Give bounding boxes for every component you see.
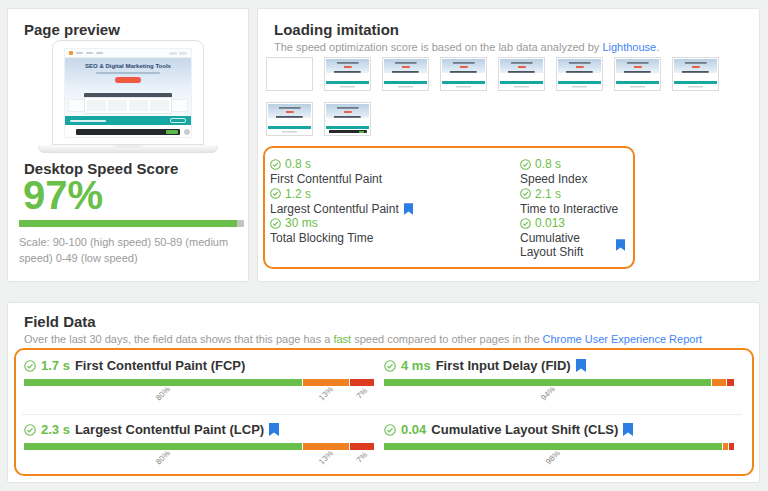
filmstrip-frame-image <box>384 59 427 89</box>
distribution-bar: 80%13%7% <box>24 379 374 386</box>
bar-segment-orange: 13% <box>303 379 348 386</box>
field-metric-cls: 0.04 Cumulative Layout Shift (CLS) 98% <box>382 414 742 472</box>
bookmark-icon[interactable] <box>404 203 413 215</box>
speed-score-progress-fill <box>19 220 237 227</box>
bar-segment-percent-label: 80% <box>154 385 172 403</box>
filmstrip-frame-9 <box>266 102 313 136</box>
subtitle-text-suffix: . <box>656 41 659 53</box>
site-nav-graphic <box>96 52 103 54</box>
lab-metric-value: 0.8 s <box>285 157 311 171</box>
lab-metric-value: 0.013 <box>535 216 565 230</box>
distribution-bar: 98% <box>384 443 734 450</box>
bar-segment-percent-label: 94% <box>539 385 557 403</box>
site-cookie-accept-button-graphic <box>166 130 178 134</box>
loading-imitation-card: Loading imitation The speed optimization… <box>257 8 760 282</box>
site-logo-icon <box>69 51 73 55</box>
lab-metric-value: 30 ms <box>285 216 318 230</box>
field-metric-label: Largest Contentful Paint (LCP) <box>75 422 264 437</box>
site-nav-buttons-graphic <box>169 52 187 55</box>
field-metric-label: First Contentful Paint (FCP) <box>75 358 245 373</box>
site-header-graphic <box>65 49 191 58</box>
score-scale-note: Scale: 90-100 (high speed) 50-89 (medium… <box>19 234 241 266</box>
filmstrip-frame-image <box>268 59 311 89</box>
bar-segment-orange: 13% <box>303 443 348 450</box>
check-circle-icon <box>520 188 531 199</box>
subtitle-text: Over the last 30 days, the field data sh… <box>24 333 333 345</box>
site-dashboard-card-graphic <box>129 100 148 111</box>
filmstrip-frame-2 <box>324 57 371 91</box>
lighthouse-link[interactable]: Lighthouse <box>602 41 656 53</box>
filmstrip-frame-image <box>442 59 485 89</box>
speed-score-value: 97% <box>23 175 103 215</box>
filmstrip-frame-4 <box>440 57 487 91</box>
lab-metric-speed-index: 0.8 s Speed Index <box>520 157 625 187</box>
site-dashboard-panel-graphic <box>84 97 172 114</box>
filmstrip-frame-1 <box>266 57 313 91</box>
field-metric-label: First Input Delay (FID) <box>436 358 571 373</box>
site-cta-button-graphic <box>115 77 141 83</box>
site-banner-button-graphic <box>170 118 186 123</box>
bar-segment-red: 7% <box>350 379 374 386</box>
site-nav-graphic <box>86 52 93 54</box>
bar-segment-percent-label: 13% <box>317 449 335 467</box>
bar-segment-percent-label: 13% <box>317 385 335 403</box>
site-dashboard-card-graphic <box>87 100 106 111</box>
field-metric-value: 1.7 s <box>41 358 70 373</box>
bar-segment-orange <box>723 443 728 450</box>
lab-metric-lcp: 1.2 s Largest Contentful Paint <box>270 187 520 217</box>
distribution-bar: 80%13%7% <box>24 443 374 450</box>
field-metric-fid: 4 ms First Input Delay (FID) 94% <box>382 356 742 414</box>
check-circle-icon <box>520 218 531 229</box>
check-circle-icon <box>24 424 36 436</box>
check-circle-icon <box>384 424 396 436</box>
filmstrip-frame-image <box>500 59 543 89</box>
field-data-subtitle: Over the last 30 days, the field data sh… <box>24 332 747 346</box>
lab-metric-label: Time to Interactive <box>520 202 618 216</box>
site-nav-button-graphic <box>179 52 187 55</box>
field-metric-label: Cumulative Layout Shift (CLS) <box>431 422 618 437</box>
bar-segment-green: 80% <box>24 379 302 386</box>
lab-metric-label: Largest Contentful Paint <box>270 202 399 216</box>
check-circle-icon <box>384 360 396 372</box>
filmstrip-frame-image <box>268 104 311 134</box>
filmstrip-frame-image <box>558 59 601 89</box>
bar-segment-green: 94% <box>384 379 711 386</box>
field-metric-fcp: 1.7 s First Contentful Paint (FCP) 80%13… <box>22 356 382 414</box>
filmstrip-frame-image <box>326 59 369 89</box>
bookmark-icon[interactable] <box>269 423 279 436</box>
bar-segment-percent-label: 7% <box>355 386 370 401</box>
lab-metric-label: Speed Index <box>520 172 587 186</box>
site-dashboard-side-panel-graphic <box>170 99 188 112</box>
lab-metrics-highlight-box: 0.8 s First Contentful Paint 0.8 s Speed… <box>263 146 635 269</box>
speed-score-progress-bar <box>19 220 244 227</box>
bar-segment-percent-label: 80% <box>154 449 172 467</box>
lab-metric-tbt: 30 ms Total Blocking Time <box>270 216 520 259</box>
check-circle-icon <box>270 188 281 199</box>
bar-segment-red <box>727 379 734 386</box>
site-hero-subtitle-graphic <box>96 72 160 74</box>
bar-segment-percent-label: 98% <box>544 449 562 467</box>
lab-metric-value: 0.8 s <box>535 157 561 171</box>
bookmark-icon[interactable] <box>576 359 586 372</box>
loading-imitation-title: Loading imitation <box>274 21 399 38</box>
check-circle-icon <box>270 159 281 170</box>
site-dashboard-card-graphic <box>108 100 127 111</box>
bookmark-icon[interactable] <box>623 423 633 436</box>
bookmark-icon[interactable] <box>616 239 625 251</box>
field-metric-lcp: 2.3 s Largest Contentful Paint (LCP) 80%… <box>22 414 382 472</box>
bar-segment-green: 80% <box>24 443 302 450</box>
bar-segment-red: 7% <box>350 443 374 450</box>
lab-metric-tti: 2.1 s Time to Interactive <box>520 187 625 217</box>
bar-segment-orange <box>712 379 726 386</box>
site-nav-button-graphic <box>169 52 177 55</box>
site-banner-text-graphic <box>70 120 106 122</box>
crux-report-link[interactable]: Chrome User Experience Report <box>543 333 703 345</box>
distribution-bar: 94% <box>384 379 734 386</box>
loading-filmstrip <box>266 57 728 136</box>
field-metric-value: 4 ms <box>401 358 431 373</box>
bar-segment-percent-label: 7% <box>355 450 370 465</box>
subtitle-text: The speed optimization score is based on… <box>274 41 602 53</box>
field-metrics-highlight-box: 1.7 s First Contentful Paint (FCP) 80%13… <box>14 348 754 476</box>
site-cookie-bar-graphic <box>76 129 180 135</box>
site-footer-graphic <box>65 125 191 137</box>
